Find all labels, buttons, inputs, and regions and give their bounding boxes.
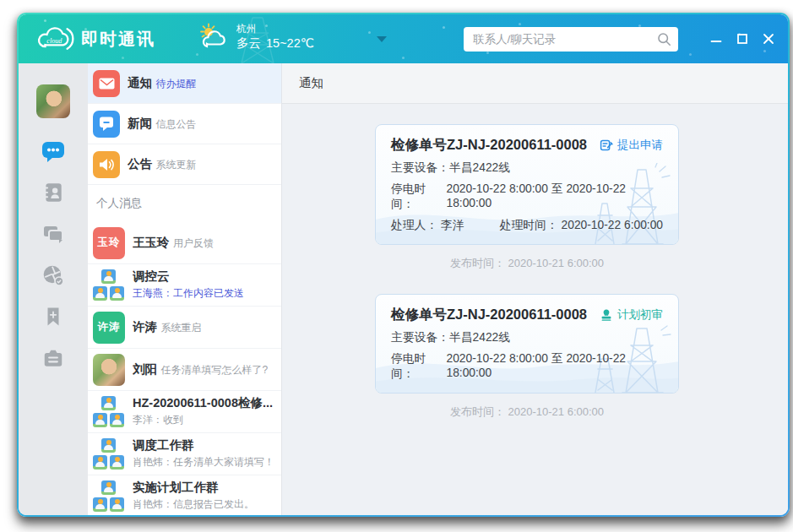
- group-avatar: [93, 480, 125, 513]
- contact-name: 王玉玲: [133, 236, 170, 249]
- search-icon: [657, 32, 671, 46]
- field-label: 主要设备：: [391, 160, 449, 176]
- field-label: 处理人：: [391, 219, 437, 231]
- channel-subtitle: 系统更新: [155, 159, 196, 171]
- channel-title: 通知: [128, 76, 152, 90]
- channel-row-notice[interactable]: 通知 待办提醒: [88, 63, 281, 104]
- sidebar-item-contacts[interactable]: [41, 180, 66, 205]
- minimize-button[interactable]: [709, 32, 723, 46]
- maximize-button[interactable]: [736, 32, 749, 46]
- particle-decoration: [44, 19, 46, 22]
- work-order-title: 检修单号ZJ-NJ-20200611-0008: [391, 136, 587, 155]
- field-value: 半昌2422线: [449, 160, 510, 176]
- search-box[interactable]: [464, 27, 678, 52]
- channel-subtitle: 待办提醒: [155, 78, 196, 90]
- contact-last-message: 用户反馈: [173, 237, 214, 249]
- contact-name: 调控云: [133, 269, 170, 283]
- contact-name: 调度工作群: [133, 438, 194, 452]
- contact-row[interactable]: 调度工作群 肖艳炜：任务清单大家请填写！: [88, 433, 281, 475]
- sidebar-item-chat-messages[interactable]: [41, 138, 66, 164]
- contact-last-message: 王海燕：工作内容已发送: [133, 287, 244, 299]
- weather-condition: 多云: [236, 36, 261, 50]
- search-input[interactable]: [473, 33, 657, 46]
- contact-last-message: 李洋：收到: [133, 414, 183, 426]
- contact-name: 刘阳: [133, 362, 157, 376]
- notification-card[interactable]: 检修单号ZJ-NJ-20200611-0008 计划初审: [375, 294, 679, 394]
- contact-row[interactable]: HZ-20200611-0008检修... 李洋：收到: [88, 391, 281, 433]
- mail-icon: [93, 70, 120, 97]
- sidebar-item-conversations[interactable]: [41, 221, 66, 247]
- channel-row-news[interactable]: 新闻 信息公告: [88, 104, 281, 144]
- field-value: 半昌2422线: [449, 330, 510, 345]
- contact-last-message: 肖艳炜：任务清单大家请填写！: [133, 456, 274, 468]
- field-label: 停电时间：: [391, 182, 447, 212]
- channel-subtitle: 信息公告: [155, 118, 196, 130]
- double-bubble-icon: [41, 222, 65, 246]
- panel-title: 通知: [282, 63, 788, 104]
- app-logo-cloud-icon: cloud: [34, 24, 79, 57]
- work-order-title: 检修单号ZJ-NJ-20200611-0008: [391, 306, 587, 324]
- avatar: [93, 354, 125, 386]
- notification-panel: 通知 检修单号ZJ-NJ-20200611-0008: [282, 63, 788, 515]
- contact-row[interactable]: 调控云 王海燕：工作内容已发送: [88, 264, 281, 307]
- contact-card-icon: [41, 181, 65, 204]
- weather-city: 杭州: [236, 23, 314, 35]
- contact-name: HZ-20200611-0008检修...: [133, 396, 273, 410]
- window-controls: [709, 14, 775, 63]
- conversation-list: 通知 待办提醒 新闻 信息公告 公告 系统更新: [88, 63, 282, 515]
- contact-row[interactable]: 刘阳 任务清单填写怎么样了?: [88, 349, 281, 391]
- publish-time: 发布时间： 2020-10-21 6:00:00: [375, 404, 679, 420]
- contact-name: 许涛: [133, 320, 157, 334]
- sidebar-rail: [19, 63, 88, 515]
- toolbox-icon: [41, 346, 65, 370]
- field-label: 主要设备：: [391, 330, 449, 345]
- status-action-review[interactable]: 计划初审: [600, 307, 663, 323]
- close-button[interactable]: [762, 32, 775, 46]
- speaker-icon: [93, 151, 120, 178]
- desktop-background: cloud 即时通讯 杭州 多云15~22℃: [0, 0, 793, 532]
- group-avatar: [93, 396, 125, 428]
- group-avatar: [93, 438, 125, 470]
- contact-row[interactable]: 实施计划工作群 肖艳炜：信息报告已发出。: [88, 475, 281, 515]
- contact-row[interactable]: 玉玲 王玉玲 用户反馈: [88, 222, 281, 264]
- contact-last-message: 任务清单填写怎么样了?: [160, 364, 268, 376]
- field-value: 2020-10-22 8:00:00 至 2020-10-22 18:00:00: [447, 182, 663, 212]
- channel-title: 新闻: [128, 117, 152, 130]
- chat-square-icon: [93, 111, 120, 138]
- field-label: 停电时间：: [391, 351, 447, 382]
- contact-last-message: 系统重启: [160, 322, 201, 334]
- sun-cloud-icon: [198, 23, 230, 52]
- weather-widget[interactable]: 杭州 多云15~22℃: [198, 23, 314, 52]
- app-window: cloud 即时通讯 杭州 多云15~22℃: [17, 13, 790, 517]
- field-value: 2020-10-22 8:00:00 至 2020-10-22 18:00:00: [447, 351, 663, 382]
- title-bar: cloud 即时通讯 杭州 多云15~22℃: [19, 14, 788, 63]
- user-avatar[interactable]: [36, 84, 70, 118]
- field-value: 李洋: [441, 219, 464, 231]
- notification-card[interactable]: 检修单号ZJ-NJ-20200611-0008 提出申请: [375, 124, 679, 245]
- channel-row-announcement[interactable]: 公告 系统更新: [88, 144, 281, 185]
- section-label-personal-messages: 个人消息: [88, 185, 281, 222]
- channel-title: 公告: [128, 157, 152, 171]
- sidebar-item-favorites[interactable]: [41, 304, 66, 329]
- field-value: 2020-10-22 6:00:00: [562, 219, 663, 231]
- weather-temperature: 15~22℃: [266, 36, 314, 50]
- contact-name: 实施计划工作群: [133, 480, 219, 494]
- avatar: 玉玲: [93, 227, 125, 259]
- sidebar-item-workbox[interactable]: [41, 345, 66, 371]
- bookmark-plus-icon: [42, 306, 64, 328]
- group-avatar: [93, 269, 125, 301]
- avatar: 许涛: [93, 312, 125, 344]
- chevron-down-icon[interactable]: [377, 36, 387, 42]
- apply-form-icon: [600, 138, 613, 152]
- sidebar-item-moments[interactable]: [41, 263, 66, 288]
- stamp-icon: [600, 308, 613, 322]
- contact-row[interactable]: 许涛 许涛 系统重启: [88, 307, 281, 349]
- status-action-apply[interactable]: 提出申请: [600, 138, 663, 153]
- field-label: 处理时间：: [500, 219, 558, 231]
- contact-last-message: 肖艳炜：信息报告已发出。: [133, 498, 254, 510]
- chat-bubble-icon: [41, 138, 66, 164]
- svg-text:cloud: cloud: [46, 37, 62, 45]
- publish-time: 发布时间： 2020-10-21 6:00:00: [375, 256, 679, 271]
- aperture-check-icon: [41, 263, 65, 287]
- app-title: 即时通讯: [81, 28, 155, 51]
